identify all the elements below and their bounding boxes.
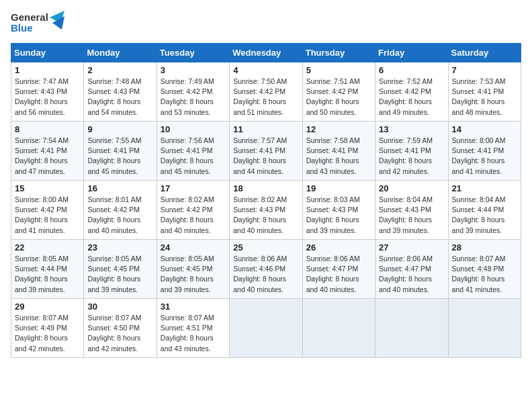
day-number: 18: [233, 183, 298, 193]
calendar-header-row: SundayMondayTuesdayWednesdayThursdayFrid…: [11, 44, 521, 62]
day-info: Sunrise: 8:07 AM Sunset: 4:49 PM Dayligh…: [15, 313, 80, 354]
day-number: 23: [87, 242, 152, 253]
calendar-cell: 31 Sunrise: 8:07 AM Sunset: 4:51 PM Dayl…: [157, 299, 229, 358]
calendar-cell: 20 Sunrise: 8:04 AM Sunset: 4:43 PM Dayl…: [375, 181, 448, 240]
day-number: 10: [161, 124, 226, 134]
day-number: 9: [87, 124, 152, 134]
calendar-cell: 7 Sunrise: 7:53 AM Sunset: 4:41 PM Dayli…: [448, 62, 521, 122]
day-number: 27: [379, 242, 444, 253]
day-info: Sunrise: 7:56 AM Sunset: 4:41 PM Dayligh…: [161, 136, 226, 177]
week-row-3: 15 Sunrise: 8:00 AM Sunset: 4:42 PM Dayl…: [11, 181, 521, 240]
day-info: Sunrise: 8:05 AM Sunset: 4:45 PM Dayligh…: [87, 254, 152, 295]
calendar-cell: 26 Sunrise: 8:06 AM Sunset: 4:47 PM Dayl…: [302, 240, 375, 299]
day-info: Sunrise: 8:00 AM Sunset: 4:42 PM Dayligh…: [15, 195, 80, 236]
calendar-cell: 16 Sunrise: 8:01 AM Sunset: 4:42 PM Dayl…: [84, 181, 157, 240]
day-info: Sunrise: 8:04 AM Sunset: 4:43 PM Dayligh…: [379, 195, 444, 236]
day-info: Sunrise: 7:58 AM Sunset: 4:41 PM Dayligh…: [306, 136, 371, 177]
day-number: 14: [452, 124, 517, 134]
day-number: 20: [379, 183, 444, 193]
calendar-cell: 21 Sunrise: 8:04 AM Sunset: 4:44 PM Dayl…: [448, 181, 521, 240]
day-number: 22: [15, 242, 80, 253]
calendar-cell: 2 Sunrise: 7:48 AM Sunset: 4:43 PM Dayli…: [84, 62, 157, 122]
day-number: 15: [15, 183, 80, 193]
calendar-cell: 5 Sunrise: 7:51 AM Sunset: 4:42 PM Dayli…: [302, 62, 375, 122]
day-number: 11: [233, 124, 298, 134]
day-info: Sunrise: 7:50 AM Sunset: 4:42 PM Dayligh…: [233, 77, 298, 118]
week-row-1: 1 Sunrise: 7:47 AM Sunset: 4:43 PM Dayli…: [11, 62, 521, 122]
day-info: Sunrise: 7:59 AM Sunset: 4:41 PM Dayligh…: [379, 136, 444, 177]
day-number: 19: [306, 183, 371, 193]
day-number: 31: [161, 302, 226, 312]
week-row-5: 29 Sunrise: 8:07 AM Sunset: 4:49 PM Dayl…: [11, 299, 521, 358]
day-number: 21: [452, 183, 517, 193]
day-info: Sunrise: 7:52 AM Sunset: 4:42 PM Dayligh…: [379, 77, 444, 118]
day-number: 30: [87, 302, 152, 312]
calendar-cell: 30 Sunrise: 8:07 AM Sunset: 4:50 PM Dayl…: [84, 299, 157, 358]
day-info: Sunrise: 8:06 AM Sunset: 4:47 PM Dayligh…: [379, 254, 444, 295]
day-info: Sunrise: 8:07 AM Sunset: 4:51 PM Dayligh…: [161, 313, 226, 354]
day-number: 5: [306, 65, 371, 75]
day-info: Sunrise: 8:05 AM Sunset: 4:44 PM Dayligh…: [15, 254, 80, 295]
day-number: 16: [87, 183, 152, 193]
day-info: Sunrise: 7:53 AM Sunset: 4:41 PM Dayligh…: [452, 77, 517, 118]
logo-general: General: [11, 12, 48, 24]
calendar-cell: 24 Sunrise: 8:05 AM Sunset: 4:45 PM Dayl…: [157, 240, 229, 299]
day-info: Sunrise: 8:07 AM Sunset: 4:48 PM Dayligh…: [452, 254, 517, 295]
day-info: Sunrise: 8:01 AM Sunset: 4:42 PM Dayligh…: [87, 195, 152, 236]
calendar-cell: 15 Sunrise: 8:00 AM Sunset: 4:42 PM Dayl…: [11, 181, 84, 240]
day-number: 29: [15, 302, 80, 312]
calendar-cell: 23 Sunrise: 8:05 AM Sunset: 4:45 PM Dayl…: [84, 240, 157, 299]
day-number: 7: [452, 65, 517, 75]
day-number: 8: [15, 124, 80, 134]
day-number: 6: [379, 65, 444, 75]
day-number: 12: [306, 124, 371, 134]
calendar-cell: [448, 299, 521, 358]
calendar-cell: [230, 299, 302, 358]
day-number: 3: [161, 65, 226, 75]
col-header-sunday: Sunday: [11, 44, 84, 62]
day-info: Sunrise: 8:00 AM Sunset: 4:41 PM Dayligh…: [452, 136, 517, 177]
col-header-friday: Friday: [375, 44, 448, 62]
calendar-cell: 1 Sunrise: 7:47 AM Sunset: 4:43 PM Dayli…: [11, 62, 84, 122]
day-number: 26: [306, 242, 371, 253]
logo-bird-icon: [50, 11, 64, 35]
calendar-cell: 22 Sunrise: 8:05 AM Sunset: 4:44 PM Dayl…: [11, 240, 84, 299]
calendar-cell: 11 Sunrise: 7:57 AM Sunset: 4:41 PM Dayl…: [230, 122, 302, 181]
calendar-cell: 19 Sunrise: 8:03 AM Sunset: 4:43 PM Dayl…: [302, 181, 375, 240]
day-info: Sunrise: 7:55 AM Sunset: 4:41 PM Dayligh…: [87, 136, 152, 177]
calendar-table: SundayMondayTuesdayWednesdayThursdayFrid…: [11, 43, 521, 358]
col-header-monday: Monday: [84, 44, 157, 62]
logo-graphic: General Blue: [11, 11, 64, 35]
day-info: Sunrise: 8:06 AM Sunset: 4:47 PM Dayligh…: [306, 254, 371, 295]
week-row-2: 8 Sunrise: 7:54 AM Sunset: 4:41 PM Dayli…: [11, 122, 521, 181]
day-number: 13: [379, 124, 444, 134]
day-info: Sunrise: 8:02 AM Sunset: 4:43 PM Dayligh…: [233, 195, 298, 236]
logo-blue: Blue: [11, 23, 48, 34]
calendar-cell: 29 Sunrise: 8:07 AM Sunset: 4:49 PM Dayl…: [11, 299, 84, 358]
calendar-cell: 27 Sunrise: 8:06 AM Sunset: 4:47 PM Dayl…: [375, 240, 448, 299]
day-number: 4: [233, 65, 298, 75]
calendar-cell: 14 Sunrise: 8:00 AM Sunset: 4:41 PM Dayl…: [448, 122, 521, 181]
calendar-cell: 13 Sunrise: 7:59 AM Sunset: 4:41 PM Dayl…: [375, 122, 448, 181]
calendar-cell: 6 Sunrise: 7:52 AM Sunset: 4:42 PM Dayli…: [375, 62, 448, 122]
col-header-wednesday: Wednesday: [230, 44, 302, 62]
day-number: 2: [87, 65, 152, 75]
day-info: Sunrise: 8:05 AM Sunset: 4:45 PM Dayligh…: [161, 254, 226, 295]
day-info: Sunrise: 8:07 AM Sunset: 4:50 PM Dayligh…: [87, 313, 152, 354]
day-number: 1: [15, 65, 80, 75]
day-info: Sunrise: 7:54 AM Sunset: 4:41 PM Dayligh…: [15, 136, 80, 177]
calendar-cell: 3 Sunrise: 7:49 AM Sunset: 4:42 PM Dayli…: [157, 62, 229, 122]
day-info: Sunrise: 7:49 AM Sunset: 4:42 PM Dayligh…: [161, 77, 226, 118]
calendar-cell: 25 Sunrise: 8:06 AM Sunset: 4:46 PM Dayl…: [230, 240, 302, 299]
day-info: Sunrise: 8:04 AM Sunset: 4:44 PM Dayligh…: [452, 195, 517, 236]
day-info: Sunrise: 8:02 AM Sunset: 4:42 PM Dayligh…: [161, 195, 226, 236]
calendar-cell: [375, 299, 448, 358]
calendar-cell: 8 Sunrise: 7:54 AM Sunset: 4:41 PM Dayli…: [11, 122, 84, 181]
day-number: 25: [233, 242, 298, 253]
calendar-cell: 10 Sunrise: 7:56 AM Sunset: 4:41 PM Dayl…: [157, 122, 229, 181]
calendar-cell: 9 Sunrise: 7:55 AM Sunset: 4:41 PM Dayli…: [84, 122, 157, 181]
day-number: 28: [452, 242, 517, 253]
day-info: Sunrise: 7:57 AM Sunset: 4:41 PM Dayligh…: [233, 136, 298, 177]
day-info: Sunrise: 7:51 AM Sunset: 4:42 PM Dayligh…: [306, 77, 371, 118]
logo: General Blue: [11, 11, 64, 35]
